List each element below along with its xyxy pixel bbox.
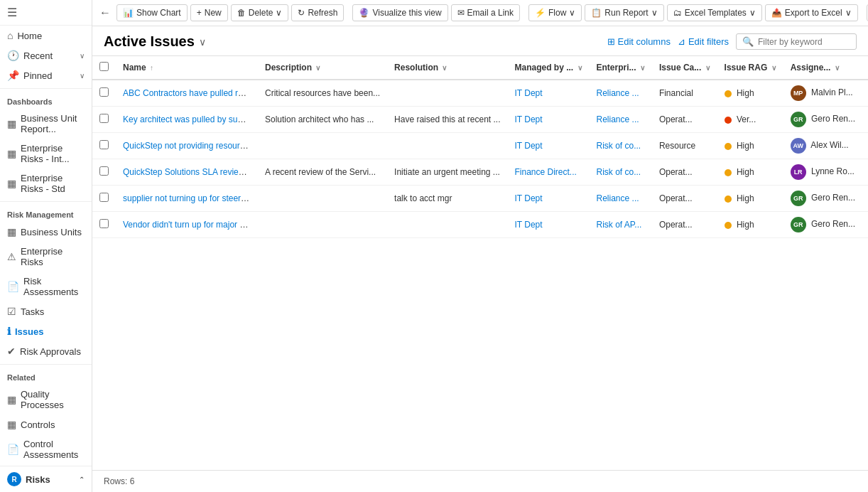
row-assignee-cell: AW Alex Wil... — [783, 133, 862, 159]
delete-button[interactable]: 🗑 Delete ∨ — [231, 4, 289, 21]
refresh-icon: ↻ — [298, 8, 305, 18]
sidebar-item-tasks[interactable]: ☑ Tasks — [0, 301, 92, 321]
row-checkbox[interactable] — [99, 219, 109, 228]
row-checkbox[interactable] — [99, 193, 109, 202]
sidebar-item-home-label: Home — [17, 31, 42, 41]
chevron-down-icon: ∨ — [569, 8, 575, 18]
sidebar-item-control-assessments[interactable]: 📄 Control Assessments — [0, 434, 92, 464]
row-checkbox[interactable] — [99, 140, 109, 149]
hamburger-icon[interactable]: ☰ — [7, 6, 17, 18]
col-header-description[interactable]: Description ∨ — [258, 56, 387, 80]
back-button[interactable]: ← — [99, 6, 111, 19]
row-managed-by-link[interactable]: IT Dept — [514, 193, 542, 203]
row-name-cell: supplier not turning up for steering gro… — [116, 186, 258, 212]
col-header-created-on[interactable]: Created On ∨ — [862, 56, 868, 80]
sidebar-item-home[interactable]: ⌂ Home — [0, 26, 92, 46]
email-link-button[interactable]: ✉ Email a Link — [451, 4, 520, 21]
flow-button[interactable]: ⚡ Flow ∨ — [528, 4, 582, 21]
col-issue-cat-label: Issue Ca... — [659, 63, 701, 73]
row-name-link[interactable]: Key architect was pulled by supplier — [123, 114, 258, 124]
sidebar-item-controls[interactable]: ▦ Controls — [0, 415, 92, 434]
row-created-on-cell: 22/11/2023 1... — [862, 80, 868, 107]
excel-templates-button[interactable]: 🗂 Excel Templates ∨ — [667, 4, 762, 21]
edit-columns-button[interactable]: ⊞ Edit columns — [607, 36, 671, 47]
rag-label: High — [737, 220, 754, 230]
chevron-down-icon: ∨ — [771, 64, 776, 72]
select-all-header[interactable] — [92, 56, 116, 80]
row-managed-by-link[interactable]: IT Dept — [514, 220, 542, 230]
row-enterprise-link[interactable]: Reliance ... — [597, 114, 639, 124]
row-checkbox-cell[interactable] — [92, 212, 116, 238]
sidebar-item-risk-assessments[interactable]: 📄 Risk Assessments — [0, 272, 92, 301]
row-name-link[interactable]: QuickStep Solutions SLA review has ident… — [123, 167, 258, 177]
chevron-down-icon: ∨ — [80, 72, 85, 80]
row-checkbox[interactable] — [99, 87, 109, 97]
sidebar-item-enterprise-risks-std[interactable]: ▦ Enterprise Risks - Std — [0, 169, 92, 198]
edit-filters-button[interactable]: ⊿ Edit filters — [678, 36, 729, 47]
assignee-name: Gero Ren... — [811, 193, 855, 203]
row-name-link[interactable]: supplier not turning up for steering gro… — [123, 193, 258, 203]
select-all-checkbox[interactable] — [99, 62, 109, 71]
sidebar-item-enterprise-risks[interactable]: ⚠ Enterprise Risks — [0, 242, 92, 272]
row-description-cell: Solution architect who has ... — [258, 107, 387, 133]
row-name-link[interactable]: Vendor didn't turn up for major planning… — [123, 220, 258, 230]
sidebar-item-label: Enterprise Risks - Int... — [21, 143, 85, 164]
row-name-link[interactable]: ABC Contractors have pulled resources, l… — [123, 88, 258, 98]
row-checkbox[interactable] — [99, 114, 109, 123]
row-checkbox-cell[interactable] — [92, 159, 116, 186]
row-enterprise-link[interactable]: Risk of AP... — [597, 220, 642, 230]
bottom-label: Risks — [26, 474, 50, 485]
sidebar-item-quality-processes[interactable]: ▦ Quality Processes — [0, 385, 92, 415]
sidebar-item-business-units[interactable]: ▦ Business Units — [0, 222, 92, 242]
row-checkbox-cell[interactable] — [92, 80, 116, 107]
col-header-assignee[interactable]: Assigne... ∨ — [783, 56, 862, 80]
row-enterprise-link[interactable]: Reliance ... — [597, 193, 639, 203]
show-chart-button[interactable]: 📊 Show Chart — [116, 4, 188, 21]
row-enterprise-cell: Reliance ... — [590, 186, 652, 212]
row-resolution-cell: talk to acct mgr — [387, 186, 507, 212]
row-checkbox-cell[interactable] — [92, 186, 116, 212]
title-chevron-icon[interactable]: ∨ — [199, 36, 206, 48]
refresh-button[interactable]: ↻ Refresh — [291, 4, 344, 21]
header-actions: ⊞ Edit columns ⊿ Edit filters 🔍 — [607, 33, 857, 50]
visualize-button[interactable]: 🔮 Visualize this view — [352, 4, 447, 21]
row-enterprise-link[interactable]: Risk of co... — [597, 141, 641, 151]
row-enterprise-link[interactable]: Reliance ... — [597, 88, 639, 98]
row-managed-by-link[interactable]: IT Dept — [514, 88, 542, 98]
col-header-enterprise[interactable]: Enterpri... ∨ — [590, 56, 652, 80]
avatar: GR — [791, 112, 806, 127]
run-report-button[interactable]: 📋 Run Report ∨ — [585, 4, 663, 21]
row-enterprise-cell: Reliance ... — [590, 80, 652, 107]
row-enterprise-link[interactable]: Risk of co... — [597, 167, 641, 177]
col-header-resolution[interactable]: Resolution ∨ — [387, 56, 507, 80]
chevron-down-icon: ∨ — [577, 64, 582, 72]
filter-keyword-input[interactable] — [758, 37, 850, 47]
new-button[interactable]: + New — [190, 4, 228, 21]
new-label: New — [205, 8, 222, 18]
sidebar-item-enterprise-risks-int[interactable]: ▦ Enterprise Risks - Int... — [0, 139, 92, 169]
row-managed-by-link[interactable]: IT Dept — [514, 114, 542, 124]
row-checkbox-cell[interactable] — [92, 133, 116, 159]
avatar: R — [7, 472, 21, 486]
export-icon: 📤 — [771, 8, 782, 18]
sidebar-item-recent[interactable]: 🕐 Recent ∨ — [0, 46, 92, 65]
row-name-link[interactable]: QuickStep not providing resources as pro… — [123, 141, 258, 151]
row-managed-by-link[interactable]: IT Dept — [514, 141, 542, 151]
table-row: Vendor didn't turn up for major planning… — [92, 212, 868, 238]
sidebar-bottom[interactable]: R Risks ⌃ — [0, 466, 92, 492]
col-header-name[interactable]: Name ↑ — [116, 56, 258, 80]
row-checkbox-cell[interactable] — [92, 107, 116, 133]
rag-dot-icon — [725, 143, 732, 150]
col-header-issue-rag[interactable]: Issue RAG ∨ — [717, 56, 783, 80]
sidebar-item-issues[interactable]: ℹ Issues — [0, 321, 92, 341]
sidebar-item-risk-approvals[interactable]: ✔ Risk Approvals — [0, 341, 92, 361]
export-to-excel-button[interactable]: 📤 Export to Excel ∨ — [765, 4, 858, 21]
pinned-icon: 📌 — [7, 70, 19, 81]
row-checkbox[interactable] — [99, 166, 109, 176]
sidebar-item-pinned[interactable]: 📌 Pinned ∨ — [0, 65, 92, 85]
sidebar-item-business-unit-report[interactable]: ▦ Business Unit Report... — [0, 109, 92, 139]
col-managed-by-label: Managed by ... — [514, 63, 573, 73]
row-managed-by-link[interactable]: Finance Direct... — [514, 167, 576, 177]
col-header-managed-by[interactable]: Managed by ... ∨ — [507, 56, 589, 80]
col-header-issue-cat[interactable]: Issue Ca... ∨ — [652, 56, 717, 80]
